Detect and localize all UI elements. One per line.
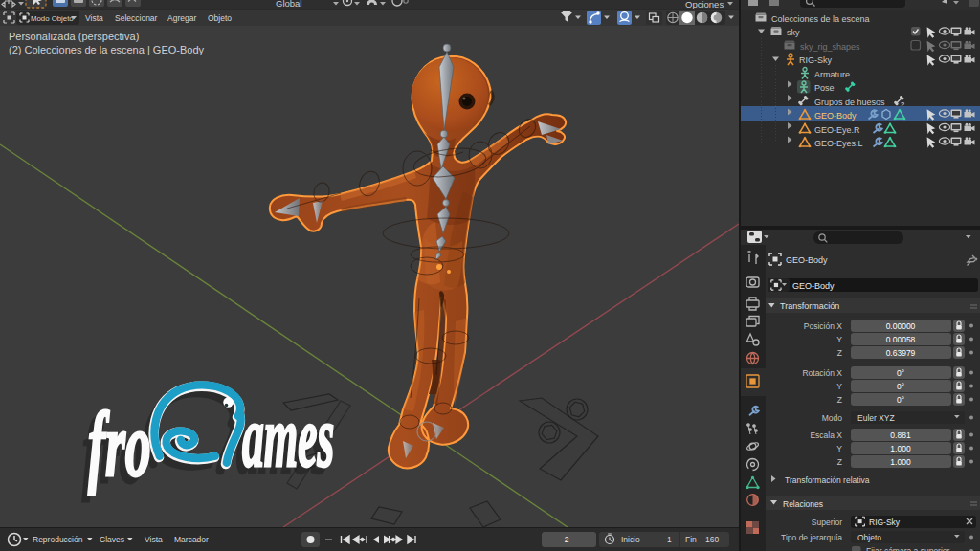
svg-text:Z: Z (837, 457, 842, 467)
svg-text:Pose: Pose (814, 83, 835, 93)
svg-text:Rotación X: Rotación X (802, 368, 842, 378)
svg-text:0.00058: 0.00058 (886, 335, 916, 344)
svg-text:Z: Z (837, 395, 842, 405)
svg-text:Marcador: Marcador (174, 535, 209, 544)
svg-text:GEO-Eye.R: GEO-Eye.R (814, 125, 860, 135)
svg-text:Relaciones: Relaciones (783, 499, 823, 509)
svg-text:0°: 0° (897, 368, 904, 378)
svg-text:1.000: 1.000 (890, 444, 911, 453)
svg-text:Modo: Modo (822, 413, 843, 423)
svg-text:0°: 0° (897, 395, 904, 405)
svg-text:0.63979: 0.63979 (886, 348, 916, 358)
svg-text:Transformación relativa: Transformación relativa (785, 475, 870, 485)
svg-text:Vista: Vista (145, 535, 163, 544)
svg-text:Objeto: Objeto (858, 533, 881, 542)
svg-text:Y: Y (836, 444, 842, 453)
svg-text:GEO-Body: GEO-Body (792, 281, 835, 291)
svg-text:Superior: Superior (812, 518, 842, 527)
svg-text:Armature: Armature (814, 70, 850, 79)
svg-text:GEO-Body: GEO-Body (814, 111, 857, 121)
svg-text:sky_rig_shapes: sky_rig_shapes (800, 42, 860, 52)
svg-text:Fin: Fin (685, 535, 697, 544)
svg-text:2: 2 (565, 535, 569, 544)
svg-text:RIG-Sky: RIG-Sky (869, 518, 901, 527)
svg-text:Inicio: Inicio (621, 535, 640, 544)
svg-text:Transformación: Transformación (780, 301, 839, 311)
svg-text:160: 160 (705, 535, 719, 544)
svg-text:Tipo de jerarquía: Tipo de jerarquía (781, 533, 842, 542)
svg-text:GEO-Body: GEO-Body (786, 255, 828, 265)
svg-text:Y: Y (836, 335, 842, 344)
svg-text:sky: sky (787, 28, 800, 37)
svg-text:1.000: 1.000 (890, 457, 911, 467)
svg-text:Y: Y (836, 382, 842, 391)
svg-text:RIG-Sky: RIG-Sky (799, 55, 833, 65)
svg-text:0.00000: 0.00000 (886, 321, 916, 331)
svg-text:Z: Z (837, 348, 842, 358)
svg-text:Claves: Claves (100, 535, 124, 544)
svg-text:Posición X: Posición X (804, 321, 842, 331)
svg-text:Reproducción: Reproducción (33, 535, 83, 544)
svg-text:Escala X: Escala X (810, 430, 842, 440)
svg-text:Fijar cámara a superior: Fijar cámara a superior (866, 546, 950, 551)
svg-text:GEO-Eyes.L: GEO-Eyes.L (814, 139, 863, 148)
svg-text:0°: 0° (897, 382, 904, 391)
svg-text:0.881: 0.881 (890, 430, 911, 440)
svg-text:Euler XYZ: Euler XYZ (858, 413, 895, 423)
svg-text:1: 1 (667, 535, 672, 544)
svg-text:Colecciones de la escena: Colecciones de la escena (771, 14, 870, 24)
svg-text:Grupos de huesos: Grupos de huesos (814, 98, 885, 107)
